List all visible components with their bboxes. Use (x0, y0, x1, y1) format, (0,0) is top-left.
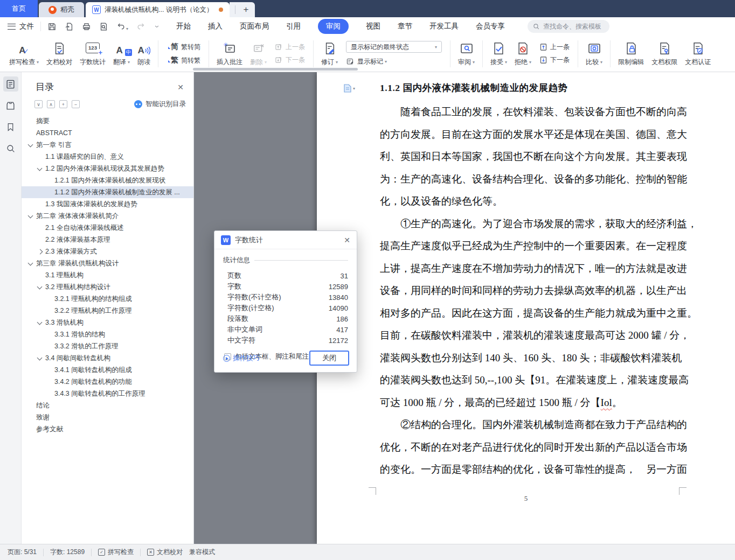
accept-button[interactable]: 接受 (487, 37, 511, 71)
zoom-in-button[interactable]: + (59, 100, 67, 108)
menu-tab-2[interactable]: 页面布局 (240, 22, 269, 31)
close-icon[interactable]: ✕ (344, 236, 350, 244)
toc-item[interactable]: 3.2 理瓶机构结构设计 (22, 281, 193, 293)
toc-item[interactable]: 3.4.1 间歇转盘机构的组成 (22, 364, 193, 376)
new-tab-button[interactable]: + (239, 4, 253, 16)
chevron-down-icon[interactable] (37, 284, 45, 290)
next-change-button[interactable]: 下一条 (539, 55, 570, 65)
track-changes-button[interactable]: 修订 (317, 37, 342, 71)
chevron-down-icon[interactable] (27, 142, 36, 148)
translate-button[interactable]: A中 翻译 (109, 37, 134, 71)
menu-tab-5[interactable]: 视图 (366, 22, 380, 31)
menu-tab-7[interactable]: 开发工具 (429, 22, 459, 31)
toc-item[interactable]: 2.3 液体灌装方式 (22, 246, 193, 257)
rail-tasks-button[interactable] (3, 98, 18, 113)
toc-item[interactable]: 结论 (22, 400, 193, 411)
chevron-right-icon[interactable] (37, 249, 45, 254)
show-markup-button[interactable]: 显示标记 (346, 57, 442, 66)
prev-change-button[interactable]: 上一条 (539, 43, 570, 52)
close-button[interactable]: 关闭 (309, 351, 349, 366)
redo-icon[interactable] (136, 22, 145, 31)
document-page[interactable]: ▾ 1.1.2 国内外液体灌装机械制造业的发展趋势 随着食品工业的发展，在饮料灌… (317, 72, 735, 544)
expand-all-button[interactable]: ∧ (47, 100, 55, 108)
toc-item[interactable]: 第一章 引言 (22, 139, 193, 151)
heading-collapse-control[interactable]: ▾ (344, 84, 355, 93)
command-search[interactable]: 查找命令、搜索模板 (528, 20, 609, 33)
chevron-down-icon[interactable] (37, 166, 45, 171)
menu-tab-1[interactable]: 插入 (208, 22, 223, 31)
restrict-edit-button[interactable]: 限制编辑 (614, 37, 648, 71)
toc-item[interactable]: 2.2 液体灌装基本原理 (22, 234, 193, 246)
proofread-button[interactable]: 文档校对 (43, 37, 76, 71)
review-button[interactable]: 审阅 (454, 37, 479, 71)
tab-document[interactable]: W 灌装机械供瓶机构... 说明书（论文） (86, 2, 230, 17)
zoom-out-button[interactable]: − (72, 100, 80, 108)
toc-item[interactable]: 1.1 课题研究的目的、意义 (22, 151, 193, 163)
toc-item[interactable]: 第三章 灌装机供瓶机构设计 (22, 257, 193, 269)
traditional-to-simplified-button[interactable]: 简 繁转简 (167, 42, 200, 52)
toc-item[interactable]: 3.4.3 间歇转盘机构的工作原理 (22, 388, 193, 400)
toc-item[interactable]: 3.2.2 理瓶机构的工作原理 (22, 305, 193, 317)
toc-item[interactable]: 3.2.1 理瓶机构的结构组成 (22, 293, 193, 305)
toc-item[interactable]: 3.4.2 间歇转盘机构的功能 (22, 376, 193, 388)
menu-tab-3[interactable]: 引用 (286, 22, 301, 31)
compare-button[interactable]: 比较 (582, 37, 606, 71)
toc-item[interactable]: 3.1 理瓶机构 (22, 269, 193, 281)
status-proofread[interactable]: ✕ 文档校对 (147, 548, 183, 557)
toc-item[interactable]: 1.2 国内外液体灌装机现状及其发展趋势 (22, 163, 193, 174)
toc-item[interactable]: ABSTRACT (22, 127, 193, 139)
toc-item[interactable]: 2.1 全自动液体灌装线概述 (22, 222, 193, 234)
markup-state-select[interactable]: 显示标记的最终状态▾ (346, 41, 442, 53)
toc-item[interactable]: 1.2.1 国内外液体灌装机械的发展现状 (22, 174, 193, 186)
toc-item[interactable]: 3.3.2 滑轨的工作原理 (22, 340, 193, 352)
status-page[interactable]: 页面: 5/31 (8, 548, 37, 557)
doc-auth-button[interactable]: 文档认证 (681, 37, 715, 71)
toc-item[interactable]: 1.3 我国液体灌装机的发展趋势 (22, 198, 193, 210)
chevron-down-icon[interactable] (37, 320, 45, 325)
insert-comment-button[interactable]: ✳ 插入批注 (213, 37, 246, 71)
toc-item[interactable]: 3.3.1 滑轨的结构 (22, 328, 193, 340)
toc-item[interactable]: 1.1.2 国内外液体灌装机械制造业的发展 ... (22, 186, 193, 198)
toc-item[interactable]: 3.3 滑轨机构 (22, 317, 193, 328)
smart-toc-button[interactable]: 智能识别目录 (134, 100, 186, 109)
menu-tab-6[interactable]: 章节 (398, 22, 412, 31)
toc-item[interactable]: 第二章 液体液体灌装机简介 (22, 210, 193, 222)
export-icon[interactable] (65, 22, 74, 31)
rail-outline-button[interactable] (3, 76, 18, 92)
menu-tab-8[interactable]: 会员专享 (476, 22, 505, 31)
chevron-down-icon[interactable] (27, 213, 36, 219)
more-chevron-icon[interactable] (154, 23, 160, 30)
doc-permission-button[interactable]: 文档权限 (648, 37, 681, 71)
prev-comment-button[interactable]: 上一条 (275, 43, 305, 52)
collapse-all-button[interactable]: ∨ (34, 100, 43, 108)
rail-bookmark-button[interactable] (3, 120, 18, 135)
next-comment-button[interactable]: 下一条 (275, 55, 305, 65)
menu-file[interactable]: 文件 (19, 22, 34, 31)
dialog-titlebar[interactable]: W 字数统计 ✕ (214, 231, 357, 249)
chevron-down-icon[interactable] (27, 261, 36, 266)
toc-item[interactable]: 3.4 间歇间歇转盘机构 (22, 352, 193, 364)
simplified-to-traditional-button[interactable]: 繁 简转繁 (167, 55, 200, 65)
spellcheck-button[interactable]: A✓ 拼写检查 (5, 37, 43, 71)
menu-tab-4[interactable]: 审阅 (318, 19, 349, 34)
toc-item[interactable]: 摘要 (22, 115, 193, 127)
chevron-down-icon[interactable] (37, 355, 45, 361)
print-icon[interactable] (82, 22, 91, 31)
undo-button[interactable]: ▾ (116, 22, 128, 31)
delete-comment-button[interactable]: 删除 (246, 37, 271, 71)
read-aloud-button[interactable]: A 朗读 (134, 37, 154, 71)
hamburger-icon[interactable] (8, 24, 16, 30)
close-icon[interactable]: ✕ (177, 83, 184, 92)
status-wordcount[interactable]: 字数: 12589 (50, 548, 85, 557)
print-preview-icon[interactable] (99, 22, 108, 31)
status-spellcheck[interactable]: ✓ 拼写检查 (98, 548, 134, 557)
wordcount-button[interactable]: 123+ 字数统计 (76, 37, 109, 71)
toc-item[interactable]: 致谢 (22, 411, 193, 423)
tab-docer[interactable]: 稻壳 (39, 2, 84, 17)
save-icon[interactable] (47, 22, 57, 31)
status-compat-mode[interactable]: 兼容模式 (189, 548, 215, 557)
ribbon-scrollbar[interactable] (193, 68, 358, 71)
rail-search-button[interactable] (3, 141, 18, 156)
reject-button[interactable]: 拒绝 (511, 37, 535, 71)
tab-home[interactable]: 首页 (0, 0, 38, 17)
